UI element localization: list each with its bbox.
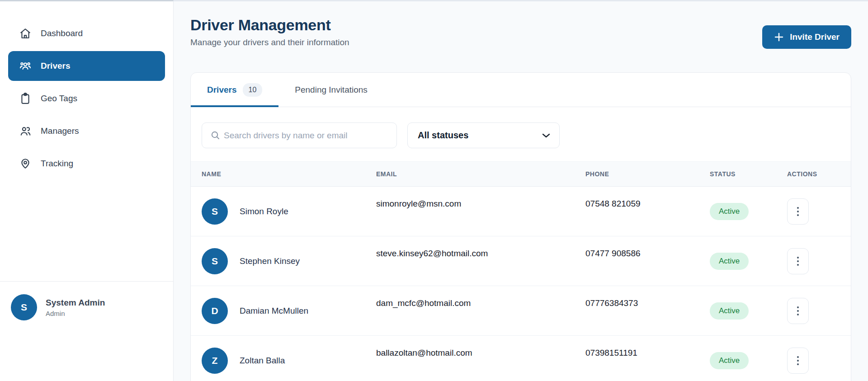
driver-status-cell: Active [710, 203, 787, 220]
tab-drivers-label: Drivers [207, 85, 237, 95]
status-badge: Active [710, 253, 749, 270]
driver-email: simonroyle@msn.com [376, 187, 585, 209]
driver-email: dam_mcfc@hotmail.com [376, 286, 585, 308]
main-content: Driver Management Manage your drivers an… [174, 0, 868, 381]
location-pin-icon [19, 157, 32, 170]
sidebar-item-geo-tags[interactable]: Geo Tags [8, 84, 165, 113]
status-badge: Active [710, 352, 749, 369]
tab-drivers-count-badge: 10 [243, 83, 263, 97]
driver-name-cell: S Stephen Kinsey [202, 248, 376, 274]
sidebar-item-drivers[interactable]: Drivers [8, 51, 165, 81]
managers-icon [19, 125, 32, 137]
kebab-menu-icon [797, 355, 799, 366]
table-row: Z Zoltan Balla ballazoltan@hotmail.com 0… [191, 336, 851, 381]
driver-name: Zoltan Balla [240, 356, 285, 366]
kebab-menu-icon [797, 306, 799, 316]
row-actions-button[interactable] [787, 248, 809, 274]
page-title: Driver Management [190, 16, 349, 34]
user-role: Admin [46, 310, 105, 317]
driver-phone: 07477 908586 [585, 236, 710, 259]
sidebar: Dashboard Drivers Geo Tags Managers [0, 0, 174, 381]
driver-status-cell: Active [710, 302, 787, 320]
status-filter-select[interactable]: All statuses [407, 122, 560, 148]
sidebar-item-label: Dashboard [41, 28, 83, 38]
page-subtitle: Manage your drivers and their informatio… [190, 38, 349, 47]
status-badge: Active [710, 203, 749, 220]
tab-drivers[interactable]: Drivers 10 [191, 73, 278, 107]
sidebar-item-label: Drivers [41, 61, 71, 71]
status-badge: Active [710, 302, 749, 320]
driver-email: ballazoltan@hotmail.com [376, 336, 585, 358]
driver-name-cell: D Damian McMullen [202, 298, 376, 324]
tab-pending-invitations[interactable]: Pending Invitations [278, 73, 384, 107]
kebab-menu-icon [797, 256, 799, 267]
driver-name: Stephen Kinsey [240, 256, 300, 266]
clipboard-icon [19, 92, 32, 105]
column-header-phone: PHONE [585, 170, 710, 178]
sidebar-nav: Dashboard Drivers Geo Tags Managers [0, 1, 173, 179]
driver-status-cell: Active [710, 253, 787, 270]
table-body: S Simon Royle simonroyle@msn.com 07548 8… [191, 187, 851, 381]
plus-icon [774, 32, 784, 42]
status-filter-value: All statuses [418, 130, 468, 141]
user-avatar: S [11, 294, 37, 320]
invite-driver-label: Invite Driver [790, 32, 840, 42]
search-box [202, 122, 397, 148]
table-row: D Damian McMullen dam_mcfc@hotmail.com 0… [191, 286, 851, 336]
driver-name: Damian McMullen [240, 306, 308, 316]
user-info: System Admin Admin [46, 298, 105, 317]
home-icon [19, 27, 32, 40]
driver-actions-cell [787, 348, 840, 374]
column-header-status: STATUS [710, 170, 787, 178]
sidebar-item-managers[interactable]: Managers [8, 116, 165, 146]
search-input[interactable] [202, 122, 397, 148]
driver-name: Simon Royle [240, 207, 288, 216]
tab-bar: Drivers 10 Pending Invitations [191, 73, 851, 107]
table-row: S Stephen Kinsey steve.kinsey62@hotmail.… [191, 236, 851, 286]
driver-phone: 07548 821059 [585, 187, 710, 209]
kebab-menu-icon [797, 206, 799, 217]
column-header-actions: ACTIONS [787, 170, 840, 178]
sidebar-item-dashboard[interactable]: Dashboard [8, 19, 165, 48]
driver-phone: 07776384373 [585, 286, 710, 308]
row-actions-button[interactable] [787, 298, 809, 324]
sidebar-item-label: Geo Tags [41, 94, 77, 103]
sidebar-user-section: S System Admin Admin [0, 281, 173, 320]
drivers-group-icon [19, 60, 32, 72]
column-header-name: NAME [202, 170, 376, 178]
driver-actions-cell [787, 248, 840, 274]
driver-status-cell: Active [710, 352, 787, 369]
page-header: Driver Management Manage your drivers an… [190, 16, 851, 49]
app-root: Dashboard Drivers Geo Tags Managers [0, 0, 868, 381]
driver-name-cell: S Simon Royle [202, 198, 376, 225]
driver-actions-cell [787, 298, 840, 324]
column-header-email: EMAIL [376, 170, 585, 178]
sidebar-item-label: Managers [41, 126, 79, 136]
drivers-card: Drivers 10 Pending Invitations All statu… [190, 72, 851, 381]
driver-avatar: D [202, 298, 228, 324]
table-header: NAME EMAIL PHONE STATUS ACTIONS [191, 161, 851, 187]
driver-name-cell: Z Zoltan Balla [202, 348, 376, 374]
driver-avatar: Z [202, 348, 228, 374]
sidebar-item-tracking[interactable]: Tracking [8, 149, 165, 179]
driver-phone: 07398151191 [585, 336, 710, 358]
invite-driver-button[interactable]: Invite Driver [762, 25, 851, 49]
page-header-text: Driver Management Manage your drivers an… [190, 16, 349, 49]
driver-avatar: S [202, 198, 228, 225]
sidebar-item-label: Tracking [41, 159, 73, 169]
chevron-down-icon [542, 133, 550, 138]
driver-avatar: S [202, 248, 228, 274]
user-name: System Admin [46, 298, 105, 308]
row-actions-button[interactable] [787, 348, 809, 374]
driver-email: steve.kinsey62@hotmail.com [376, 236, 585, 259]
filters-row: All statuses [191, 107, 851, 161]
driver-actions-cell [787, 198, 840, 225]
table-row: S Simon Royle simonroyle@msn.com 07548 8… [191, 187, 851, 236]
tab-pending-invitations-label: Pending Invitations [295, 85, 368, 95]
search-icon [211, 131, 220, 142]
row-actions-button[interactable] [787, 198, 809, 225]
